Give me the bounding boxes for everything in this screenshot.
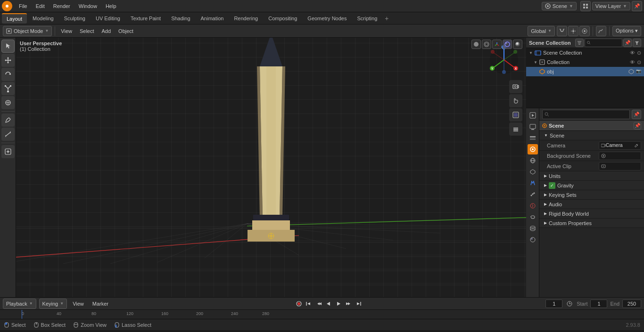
rotate-tool-button[interactable] [1, 68, 15, 81]
play-button[interactable] [334, 300, 343, 308]
viewport-material-preview[interactable] [503, 40, 512, 49]
timeline-view-menu[interactable]: View [70, 300, 87, 308]
add-workspace-button[interactable]: + [385, 15, 388, 22]
select-tool-button[interactable] [1, 40, 15, 53]
keying-dropdown[interactable]: Keying ▼ [39, 299, 67, 309]
menu-render[interactable]: Render [50, 2, 74, 10]
hand-view-button[interactable] [509, 94, 522, 107]
menu-help[interactable]: Help [102, 2, 120, 10]
prop-particles-icon[interactable] [528, 189, 538, 200]
scale-tool-button[interactable] [1, 82, 15, 95]
current-frame-input[interactable]: 1 [545, 300, 562, 308]
viewport-rendered-mode[interactable] [513, 40, 522, 49]
gizmo-toggle[interactable] [492, 40, 502, 49]
header-icon-1[interactable] [580, 1, 591, 11]
jump-start-button[interactable] [305, 300, 313, 308]
outliner-filter2-icon[interactable] [633, 39, 641, 47]
menu-file[interactable]: File [15, 2, 31, 10]
transform-dropdown[interactable]: Global ▼ [528, 26, 555, 36]
view-layer-selector[interactable]: View Layer ▼ [592, 2, 630, 10]
outliner-filter-icon[interactable] [575, 39, 584, 47]
start-frame-input[interactable]: 1 [590, 300, 607, 308]
collection-sel-icon[interactable]: ⊙ [637, 59, 641, 65]
active-clip-field[interactable] [599, 162, 641, 170]
outliner-obj[interactable]: obj 📷 [526, 67, 644, 76]
gravity-checkbox[interactable]: ✓ [549, 182, 555, 189]
prop-render-icon[interactable] [528, 110, 538, 121]
tab-layout[interactable]: Layout [2, 13, 27, 24]
viewport-object-menu[interactable]: Object [116, 27, 136, 35]
camera-prop-field[interactable]: Camera [599, 141, 641, 150]
proportional-edit-icon[interactable] [579, 26, 590, 36]
keying-sets-section-header[interactable]: ▶ Keying Sets [539, 190, 644, 200]
prop-modifier-icon[interactable] [528, 178, 538, 188]
menu-edit[interactable]: Edit [32, 2, 49, 10]
timeline-marker-menu[interactable]: Marker [90, 300, 111, 308]
jump-end-button[interactable] [354, 300, 363, 308]
measure-button[interactable] [1, 128, 15, 141]
viewport-shading-solid[interactable] [471, 40, 481, 49]
outliner-search[interactable] [585, 39, 622, 47]
mode-dropdown[interactable]: Object Mode ▼ [3, 26, 52, 36]
prop-view-layer-icon[interactable] [528, 133, 538, 143]
transform-tool-button[interactable] [1, 96, 15, 109]
prop-output-icon[interactable] [528, 121, 538, 132]
viewport-overlay-toggle[interactable] [482, 40, 491, 49]
record-button[interactable] [295, 300, 303, 308]
tab-texture-paint[interactable]: Texture Paint [126, 13, 165, 24]
render-button[interactable] [509, 108, 522, 121]
tab-geometry-nodes[interactable]: Geometry Nodes [303, 13, 351, 24]
custom-properties-section-header[interactable]: ▶ Custom Properties [539, 219, 644, 228]
tab-uv-editing[interactable]: UV Editing [91, 13, 125, 24]
collection-eye-icon[interactable]: 👁 [630, 59, 635, 65]
prop-constraints-icon[interactable] [528, 212, 538, 222]
graph-icon[interactable] [596, 26, 606, 36]
end-frame-input[interactable]: 250 [622, 300, 641, 308]
prop-world-icon[interactable] [528, 155, 538, 166]
step-forward-button[interactable] [344, 300, 353, 308]
tab-rendering[interactable]: Rendering [229, 13, 263, 24]
units-section-header[interactable]: ▶ Units [539, 171, 644, 181]
viewport-select-menu[interactable]: Select [77, 27, 97, 35]
menu-window[interactable]: Window [75, 2, 101, 10]
scene-selector[interactable]: Scene ▼ [542, 2, 577, 10]
scene-section-pin-icon[interactable]: 📌 [634, 122, 641, 130]
audio-section-header[interactable]: ▶ Audio [539, 200, 644, 209]
camera-field-edit-icon[interactable] [634, 143, 639, 148]
background-scene-field[interactable] [599, 152, 641, 160]
timeline-numbers[interactable]: 0 40 80 120 160 200 240 280 [0, 309, 644, 319]
obj-camera-icon[interactable]: 📷 [636, 69, 641, 74]
properties-search-field[interactable] [542, 110, 630, 119]
add-object-button[interactable] [1, 145, 15, 158]
outliner-scene-collection[interactable]: ▼ Scene Collection 👁 ⊙ [526, 48, 644, 57]
tab-shading[interactable]: Shading [166, 13, 195, 24]
snap-magnet-icon[interactable] [557, 26, 567, 36]
annotate-button[interactable] [1, 113, 15, 127]
camera-view-button[interactable] [509, 80, 522, 93]
rigid-body-section-header[interactable]: ▶ Rigid Body World [539, 209, 644, 219]
tab-sculpting[interactable]: Sculpting [59, 13, 90, 24]
tab-compositing[interactable]: Compositing [264, 13, 302, 24]
viewport-view-menu[interactable]: View [58, 27, 75, 35]
playback-dropdown[interactable]: Playback ▼ [3, 299, 36, 309]
obj-restrict-icon[interactable] [628, 69, 634, 74]
viewport-add-menu[interactable]: Add [99, 27, 114, 35]
prop-physics-icon[interactable] [528, 201, 538, 211]
tab-scripting[interactable]: Scripting [352, 13, 382, 24]
scene-section-header[interactable]: Scene 📌 [539, 121, 644, 131]
gravity-section-header[interactable]: ▶ ✓ Gravity [539, 181, 644, 190]
properties-pin-icon[interactable]: 📌 [632, 110, 641, 119]
outliner-pin-icon[interactable]: 📌 [623, 39, 632, 47]
tab-modeling[interactable]: Modeling [28, 13, 58, 24]
step-back-button[interactable] [314, 300, 323, 308]
snap-options-icon[interactable] [568, 26, 578, 36]
outliner-collection[interactable]: ▼ Collection 👁 ⊙ [526, 57, 644, 67]
timer-icon[interactable] [565, 300, 574, 308]
play-reverse-button[interactable] [324, 300, 333, 308]
scene-collection-sel-icon[interactable]: ⊙ [637, 50, 641, 56]
move-tool-button[interactable] [1, 54, 15, 67]
prop-scene-icon[interactable] [528, 144, 538, 154]
scene-collection-eye-icon[interactable]: 👁 [630, 50, 635, 56]
header-pin-icon[interactable]: 📌 [632, 1, 642, 11]
layer-button[interactable] [509, 122, 522, 136]
